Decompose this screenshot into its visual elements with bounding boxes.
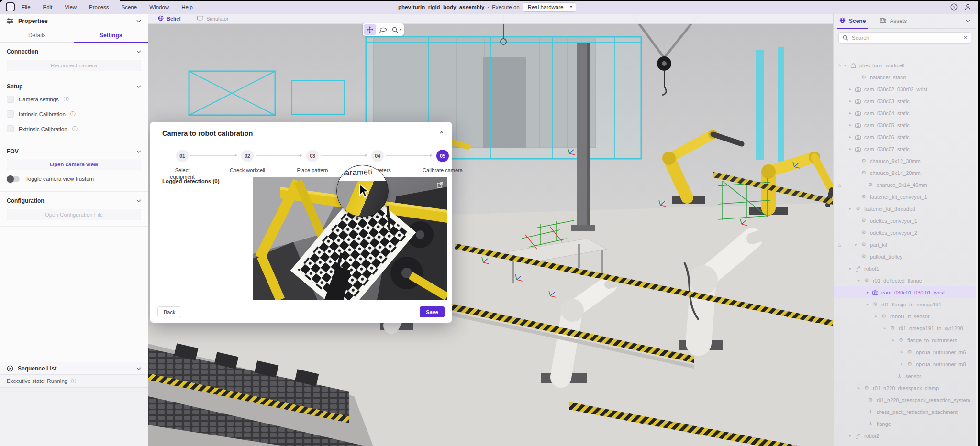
step-01-circle[interactable]: 01 — [176, 150, 189, 162]
sequence-list-header[interactable]: Sequence List — [0, 362, 148, 375]
menu-item-process[interactable]: Process — [89, 4, 109, 10]
setup-row-extrinsic-calibration[interactable]: Extrinsic Calibration ⓘ — [7, 121, 141, 136]
zoom-tool-button[interactable]: ▾ — [390, 24, 403, 35]
expander-icon[interactable]: ▸ — [900, 350, 904, 354]
chevron-down-icon[interactable] — [136, 20, 141, 22]
expander-icon[interactable]: ▸ — [865, 302, 870, 306]
tree-row-charuco_9x12_30mm[interactable]: △ ⚙ charuco_9x12_30mm — [834, 155, 976, 167]
tree-row-robot2[interactable]: △ ▸ robot2 — [834, 430, 976, 442]
tree-row-r01_n220_dresspack_clamp[interactable]: △ ▸ ⚙ r01_n220_dresspack_clamp — [834, 382, 976, 394]
back-button[interactable]: Back — [157, 306, 181, 317]
tree-row-r01_deflected_flange[interactable]: △ ▸ ⚙ r01_deflected_flange — [834, 274, 976, 286]
tree-row-robot1_ft_sensor[interactable]: △ ▸ ⚙ robot1_ft_sensor — [834, 310, 976, 322]
tree-row-phev:turin_workcell[interactable]: △ ▸ phev:turin_workcell — [834, 59, 976, 71]
tab-settings[interactable]: Settings — [74, 28, 148, 42]
tree-row-cam_030c06_static[interactable]: △ ▸ cam_030c06_static — [834, 131, 976, 143]
setup-row-camera-settings[interactable]: Camera settings ⓘ — [7, 92, 141, 107]
expander-icon[interactable]: ▸ — [848, 135, 853, 139]
tree-row-sensor[interactable]: △ sensor — [834, 370, 976, 382]
tree-row-r01_n220_dresspack_retraction_system[interactable]: △ ⚙ r01_n220_dresspack_retraction_system — [834, 394, 976, 406]
menu-item-scene[interactable]: Scene — [122, 4, 137, 10]
tree-row-cam_030c01_030r01_wrist[interactable]: △ ▸ cam_030c01_030r01_wrist — [834, 286, 976, 298]
menu-item-file[interactable]: File — [22, 4, 31, 10]
expander-icon[interactable]: ▸ — [843, 63, 848, 67]
tree-row-cam_030c04_static[interactable]: △ ▸ cam_030c04_static — [834, 107, 976, 119]
tree-row-r01_omega191_to_xyr1200[interactable]: △ ▸ ⚙ r01_omega191_to_xyr1200 — [834, 322, 976, 334]
properties-header[interactable]: Properties — [0, 14, 148, 28]
info-icon[interactable]: ⓘ — [71, 378, 76, 385]
tree-row-dress_pack_retraction_attachment[interactable]: △ dress_pack_retraction_attachment — [834, 406, 976, 418]
tree-row-fastener_kit_conveyor_1[interactable]: △ ⚙ fastener_kit_conveyor_1 — [834, 191, 976, 203]
expander-icon[interactable]: ▸ — [900, 362, 904, 366]
tree-row-pullout_trolley[interactable]: △ ⚙ pullout_trolley — [834, 250, 976, 262]
expander-icon[interactable]: ▸ — [848, 434, 853, 438]
step-02-circle[interactable]: 02 — [241, 150, 254, 162]
tree-row-r01_flange_to_omega191[interactable]: △ ▸ ⚙ r01_flange_to_omega191 — [834, 298, 976, 310]
expander-icon[interactable]: ▸ — [865, 290, 870, 294]
chevron-down-icon[interactable] — [136, 150, 141, 153]
tree-row-cam_030c05_static[interactable]: △ ▸ cam_030c05_static — [834, 119, 976, 131]
help-icon[interactable]: ? — [950, 3, 958, 11]
expander-icon[interactable]: ▸ — [882, 326, 887, 330]
menu-item-edit[interactable]: Edit — [43, 4, 53, 10]
checkbox[interactable] — [7, 125, 14, 132]
step-03-circle[interactable]: 03 — [306, 150, 319, 162]
menu-item-window[interactable]: Window — [149, 4, 169, 10]
menu-item-help[interactable]: Help — [181, 4, 193, 10]
tree-row-odettes_conveyor_1[interactable]: △ ⚙ odettes_conveyor_1 — [834, 215, 976, 227]
tree-row-flange_to_nutrunners[interactable]: △ ▸ ⚙ flange_to_nutrunners — [834, 334, 976, 346]
open-camera-view-button[interactable]: Open camera view — [7, 159, 141, 170]
app-logo-icon[interactable] — [6, 2, 15, 11]
expander-icon[interactable]: ▸ — [848, 99, 853, 103]
tree-row-r02_deflected_flange[interactable]: △ ▸ ⚙ r02_deflected_flange — [834, 442, 976, 446]
tab-details[interactable]: Details — [0, 28, 74, 42]
close-icon[interactable]: × — [439, 128, 444, 136]
tree-row-part_kit[interactable]: △ ▸ ⚙ part_kit — [834, 239, 976, 250]
search-input[interactable] — [852, 35, 960, 41]
expander-icon[interactable]: ▸ — [848, 207, 853, 211]
info-icon[interactable]: ⓘ — [70, 110, 76, 118]
expander-icon[interactable]: ▸ — [848, 266, 853, 271]
account-icon[interactable] — [964, 3, 971, 11]
chevron-down-icon[interactable] — [136, 85, 141, 88]
tree-row-cam_030c03_static[interactable]: △ ▸ cam_030c03_static — [834, 95, 976, 107]
tab-assets[interactable]: Assets — [880, 14, 907, 28]
tree-row-charuco_9x14_20mm[interactable]: △ ⚙ charuco_9x14_20mm — [834, 167, 976, 179]
execute-target-select[interactable]: Real hardware ▾ — [523, 2, 577, 12]
expander-icon[interactable]: ▸ — [891, 338, 896, 342]
chevron-down-icon[interactable] — [136, 367, 141, 370]
chevron-down-icon[interactable] — [136, 199, 141, 202]
expander-icon[interactable]: ▸ — [848, 147, 853, 151]
tree-row-cam_030c07_static[interactable]: △ ▸ cam_030c07_static — [834, 143, 976, 155]
expander-icon[interactable]: ▸ — [848, 87, 853, 91]
camera-frustum-toggle[interactable] — [7, 176, 20, 182]
tree-row-opcua_nutrunner_m6[interactable]: △ ▸ ⚙ opcua_nutrunner_m6 — [834, 346, 976, 358]
tab-belief[interactable]: Belief — [158, 15, 181, 22]
clear-search-icon[interactable]: × — [964, 34, 967, 41]
tree-row-cam_030c02_030r02_wrist[interactable]: △ ▸ cam_030c02_030r02_wrist — [834, 83, 976, 95]
step-05-circle[interactable]: 05 — [436, 150, 449, 162]
tab-scene[interactable]: Scene — [839, 14, 866, 28]
chevron-down-icon[interactable] — [136, 50, 141, 53]
tree-row-charuco_9x14_40mm[interactable]: △ ⚙ charuco_9x14_40mm — [834, 179, 976, 191]
menu-item-view[interactable]: View — [65, 4, 77, 10]
expander-icon[interactable]: ▸ — [857, 386, 861, 390]
tree-row-flange[interactable]: △ flange — [834, 418, 976, 430]
save-button[interactable]: Save — [420, 306, 445, 317]
chevron-down-icon[interactable] — [966, 20, 970, 22]
expander-icon[interactable]: ▸ — [848, 123, 853, 127]
tree-row-robot1[interactable]: △ ▸ robot1 — [834, 262, 976, 274]
tree-row-odettes_conveyor_2[interactable]: △ ⚙ odettes_conveyor_2 — [834, 227, 976, 239]
step-04-circle[interactable]: 04 — [371, 150, 384, 162]
checkbox[interactable] — [7, 96, 14, 103]
expand-image-icon[interactable] — [437, 181, 443, 190]
expander-icon[interactable]: ▸ — [874, 314, 879, 318]
expander-icon[interactable]: ▸ — [848, 111, 853, 115]
tree-row-balancer_stand[interactable]: △ ⚙ balancer_stand — [834, 71, 976, 83]
tree-row-opcua_nutrunner_m8[interactable]: △ ▸ ⚙ opcua_nutrunner_m8 — [834, 358, 976, 370]
setup-row-intrinsic-calibration[interactable]: Intrinsic Calibration ⓘ — [7, 107, 141, 121]
reconnect-camera-button[interactable]: Reconnect camera — [7, 60, 141, 71]
info-icon[interactable]: ⓘ — [64, 96, 69, 103]
expander-icon[interactable]: ▸ — [857, 278, 861, 283]
expander-icon[interactable]: ▸ — [854, 242, 858, 247]
